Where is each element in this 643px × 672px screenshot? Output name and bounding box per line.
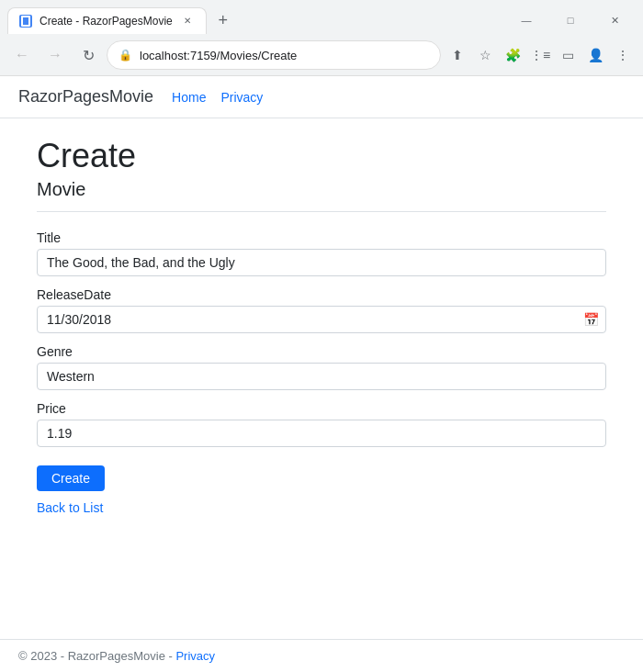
extensions-icon[interactable]: 🧩 xyxy=(500,42,525,68)
active-tab[interactable]: Create - RazorPagesMovie ✕ xyxy=(7,7,207,34)
nav-home-link[interactable]: Home xyxy=(172,90,206,105)
address-text: localhost:7159/Movies/Create xyxy=(140,49,429,62)
price-label: Price xyxy=(37,401,606,416)
reload-button[interactable]: ↻ xyxy=(73,40,103,70)
new-tab-button[interactable]: + xyxy=(210,8,236,34)
close-button[interactable]: ✕ xyxy=(593,6,636,35)
maximize-button[interactable]: □ xyxy=(549,6,592,35)
page-subtitle: Movie xyxy=(37,179,606,200)
site-brand[interactable]: RazorPagesMovie xyxy=(18,87,153,106)
split-view-icon[interactable]: ▭ xyxy=(555,42,581,68)
genre-input[interactable] xyxy=(37,363,606,390)
release-date-wrapper: 📅 xyxy=(37,306,606,333)
address-bar[interactable]: 🔒 localhost:7159/Movies/Create xyxy=(107,40,441,70)
share-icon[interactable]: ⬆ xyxy=(445,42,470,68)
release-date-field-group: ReleaseDate 📅 xyxy=(37,287,606,333)
price-input[interactable] xyxy=(37,420,606,447)
profile-icon[interactable]: 👤 xyxy=(582,42,608,68)
toolbar-actions: ⬆ ☆ 🧩 ⋮≡ ▭ 👤 ⋮ xyxy=(445,42,636,68)
divider xyxy=(37,211,606,212)
page-title: Create xyxy=(37,137,606,175)
bookmark-icon[interactable]: ☆ xyxy=(472,42,498,68)
title-label: Title xyxy=(37,230,606,245)
release-date-input[interactable] xyxy=(37,306,606,333)
main-content: Create Movie Title ReleaseDate 📅 Genre P… xyxy=(0,118,643,533)
lock-icon: 🔒 xyxy=(118,49,132,62)
tab-favicon xyxy=(19,15,32,28)
tab-close-button[interactable]: ✕ xyxy=(180,14,195,28)
browser-chrome: Create - RazorPagesMovie ✕ + — □ ✕ ← → ↻… xyxy=(0,0,643,76)
tab-bar: Create - RazorPagesMovie ✕ + xyxy=(7,7,505,34)
create-form: Title ReleaseDate 📅 Genre Price Create B… xyxy=(37,230,606,515)
nav-links: Home Privacy xyxy=(172,90,263,105)
menu-icon[interactable]: ⋮ xyxy=(610,42,636,68)
browser-toolbar: ← → ↻ 🔒 localhost:7159/Movies/Create ⬆ ☆… xyxy=(0,35,643,75)
tab-title: Create - RazorPagesMovie xyxy=(39,15,173,28)
genre-field-group: Genre xyxy=(37,344,606,390)
price-field-group: Price xyxy=(37,401,606,447)
genre-label: Genre xyxy=(37,344,606,359)
site-nav: RazorPagesMovie Home Privacy xyxy=(0,76,643,118)
title-field-group: Title xyxy=(37,230,606,276)
back-to-list-link[interactable]: Back to List xyxy=(37,500,606,515)
window-controls: — □ ✕ xyxy=(505,6,636,35)
back-nav-button[interactable]: ← xyxy=(7,40,37,70)
release-date-label: ReleaseDate xyxy=(37,287,606,302)
browser-titlebar: Create - RazorPagesMovie ✕ + — □ ✕ xyxy=(0,0,643,35)
title-input[interactable] xyxy=(37,249,606,276)
create-button[interactable]: Create xyxy=(37,465,105,491)
media-icon[interactable]: ⋮≡ xyxy=(527,42,553,68)
forward-nav-button[interactable]: → xyxy=(40,40,70,70)
nav-privacy-link[interactable]: Privacy xyxy=(220,90,263,105)
minimize-button[interactable]: — xyxy=(505,6,547,35)
